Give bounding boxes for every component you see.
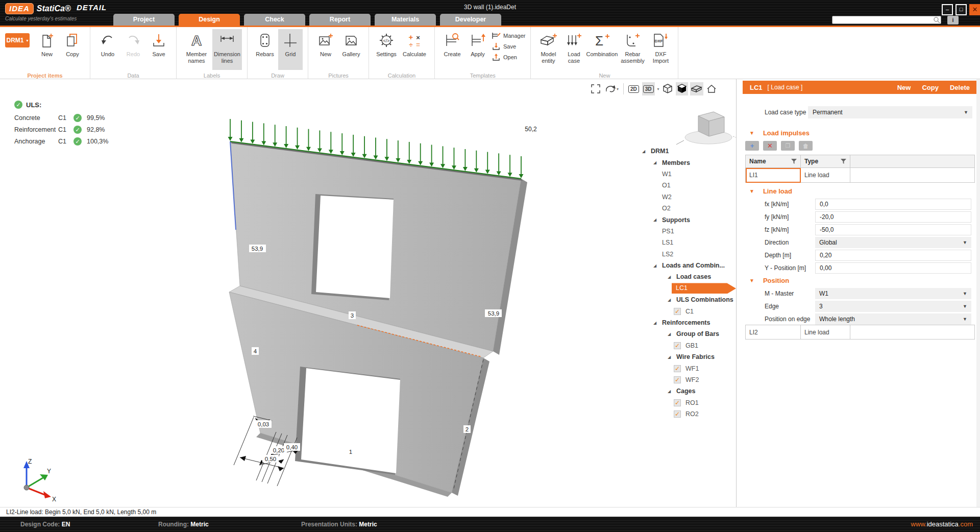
new-model-entity-button[interactable]: Model entity — [536, 29, 560, 70]
checkbox-checked[interactable]: ✓ — [674, 399, 681, 406]
zoom-fit-button[interactable] — [590, 82, 602, 95]
tree-item-wf1[interactable]: ✓WF1 — [641, 362, 736, 374]
field-select-direction[interactable]: Global▼ — [815, 237, 971, 248]
tree-item-ro1[interactable]: ✓RO1 — [641, 397, 736, 408]
tree-item-group-of-bars[interactable]: ◢Group of Bars — [641, 328, 736, 340]
li2-name-cell[interactable]: LI2 — [746, 325, 801, 339]
tree-item-wire-fabrics[interactable]: ◢Wire Fabrics — [641, 351, 736, 362]
panel-copy-button[interactable]: Copy — [922, 84, 939, 91]
checkbox-checked[interactable]: ✓ — [674, 308, 681, 315]
search-box[interactable] — [832, 16, 941, 24]
tree-item-w1[interactable]: W1 — [641, 168, 736, 180]
checkbox-checked[interactable]: ✓ — [674, 410, 681, 418]
new-combination-button[interactable]: Σ Combination — [587, 29, 617, 70]
tree-item-o2[interactable]: O2 — [641, 203, 736, 214]
filter-icon[interactable] — [841, 159, 846, 164]
home-view-button[interactable] — [705, 82, 718, 95]
tree-expander-icon[interactable]: ◢ — [653, 263, 658, 268]
checkbox-checked[interactable]: ✓ — [674, 342, 681, 349]
minimize-button[interactable]: – — [942, 4, 953, 15]
checkbox-checked[interactable]: ✓ — [674, 365, 681, 372]
axonometry-button[interactable] — [662, 82, 674, 95]
panel-new-button[interactable]: New — [897, 84, 911, 91]
line-load-section-header[interactable]: ▼ Line load — [749, 187, 792, 195]
tab-materials[interactable]: Materials — [375, 14, 436, 26]
copy-load-impulse-button[interactable]: ❐ — [781, 141, 795, 151]
collapse-triangle-icon[interactable]: ▼ — [749, 278, 754, 283]
tab-report[interactable]: Report — [309, 14, 371, 26]
tab-design[interactable]: Design — [179, 14, 240, 26]
tree-item-ls1[interactable]: LS1 — [641, 237, 736, 248]
tree-expander-icon[interactable]: ◢ — [642, 149, 647, 154]
maximize-button[interactable]: □ — [955, 4, 967, 15]
table-row-li1[interactable]: LI1 Line load — [746, 168, 974, 183]
tree-item-ro2[interactable]: ✓RO2 — [641, 408, 736, 420]
tree-item-uls-combinations[interactable]: ◢ULS Combinations — [641, 294, 736, 305]
tree-item-w2[interactable]: W2 — [641, 191, 736, 203]
section-view-button[interactable] — [690, 82, 703, 95]
tree-item-cages[interactable]: ◢Cages — [641, 385, 736, 397]
li1-name-cell[interactable]: LI1 — [746, 168, 801, 183]
tab-developer[interactable]: Developer — [440, 14, 501, 26]
trash-icon[interactable]: 🗑 — [799, 141, 813, 151]
tree-expander-icon[interactable]: ◢ — [668, 298, 673, 302]
tree-item-o1[interactable]: O1 — [641, 180, 736, 191]
tree-item-ps1[interactable]: PS1 — [641, 226, 736, 237]
tree-item-supports[interactable]: ◢Supports — [641, 214, 736, 225]
opening-o2[interactable] — [316, 196, 394, 298]
wall-scene[interactable]: 50,2 53,9 53,9 3 4 2 1 0,03 0,20 0,40 0,… — [0, 79, 736, 507]
field-input-y-position-m[interactable]: 0,00 — [815, 262, 971, 274]
redo-button[interactable]: Redo — [121, 29, 145, 70]
close-button[interactable]: ✕ — [969, 4, 980, 15]
load-impulses-section-header[interactable]: ▼ Load impulses — [749, 129, 810, 137]
collapse-triangle-icon[interactable]: ▼ — [749, 130, 754, 136]
tree-expander-icon[interactable]: ◢ — [653, 321, 658, 325]
3d-viewport[interactable]: 50,2 53,9 53,9 3 4 2 1 0,03 0,20 0,40 0,… — [0, 79, 736, 507]
table-row-li2[interactable]: LI2 Line load — [746, 325, 974, 339]
field-input-fz-kn-m[interactable]: -50,0 — [815, 224, 971, 235]
drm1-dropdown[interactable]: DRM1▾ — [5, 33, 30, 47]
panel-scrollbar[interactable] — [976, 79, 980, 507]
view-3d-button[interactable]: 3D — [642, 82, 655, 95]
delete-load-impulse-button[interactable]: ✕ — [763, 141, 777, 151]
opening-o1[interactable] — [301, 368, 400, 473]
template-manager-button[interactable]: Manager — [491, 31, 525, 40]
undo-button[interactable]: Undo — [95, 29, 120, 70]
template-apply-button[interactable]: Apply — [465, 29, 490, 70]
tree-expander-icon[interactable]: ◢ — [668, 389, 673, 394]
tree-item-c1[interactable]: ✓C1 — [641, 305, 736, 317]
tree-item-load-cases[interactable]: ◢Load cases — [641, 271, 736, 282]
solid-view-button[interactable] — [676, 82, 688, 95]
new-project-item-button[interactable]: New — [35, 29, 59, 70]
tree-expander-icon[interactable]: ◢ — [668, 275, 673, 279]
design-code-value[interactable]: EN — [62, 521, 70, 528]
info-button[interactable]: i — [947, 16, 959, 25]
member-names-toggle[interactable]: A Member names — [182, 29, 211, 70]
template-create-button[interactable]: Create — [440, 29, 464, 70]
rounding-value[interactable]: Metric — [190, 521, 208, 528]
panel-delete-button[interactable]: Delete — [950, 84, 970, 91]
new-picture-button[interactable]: New — [313, 29, 338, 70]
new-load-case-button[interactable]: Load case — [561, 29, 586, 70]
template-open-button[interactable]: Open — [491, 53, 525, 62]
search-input[interactable] — [832, 17, 933, 23]
tree-expander-icon[interactable]: ◢ — [653, 217, 658, 222]
tree-item-drm1[interactable]: ◢DRM1 — [641, 146, 736, 157]
tree-item-ls2[interactable]: LS2 — [641, 249, 736, 260]
chevron-down-icon[interactable]: ▾ — [657, 87, 659, 91]
calculate-button[interactable]: +×÷= Calculate — [400, 29, 429, 70]
website-link[interactable]: www.ideastatica.com — [911, 517, 973, 532]
tree-expander-icon[interactable]: ◢ — [668, 355, 673, 359]
tree-item-loads-and-combin-[interactable]: ◢Loads and Combin... — [641, 260, 736, 271]
field-input-fy-kn-m[interactable]: -20,0 — [815, 211, 971, 223]
units-value[interactable]: Metric — [359, 521, 377, 528]
li2-type-cell[interactable]: Line load — [801, 325, 850, 339]
template-save-button[interactable]: Save — [491, 42, 525, 51]
tree-item-reinforcements[interactable]: ◢Reinforcements — [641, 317, 736, 328]
view-2d-button[interactable]: 2D — [627, 82, 640, 95]
copy-project-item-button[interactable]: Copy — [60, 29, 85, 70]
field-select-m-master[interactable]: W1▼ — [815, 288, 971, 299]
field-select-position-on-edge[interactable]: Whole length▼ — [815, 313, 971, 325]
field-select-edge[interactable]: 3▼ — [815, 301, 971, 312]
tree-item-wf2[interactable]: ✓WF2 — [641, 374, 736, 385]
